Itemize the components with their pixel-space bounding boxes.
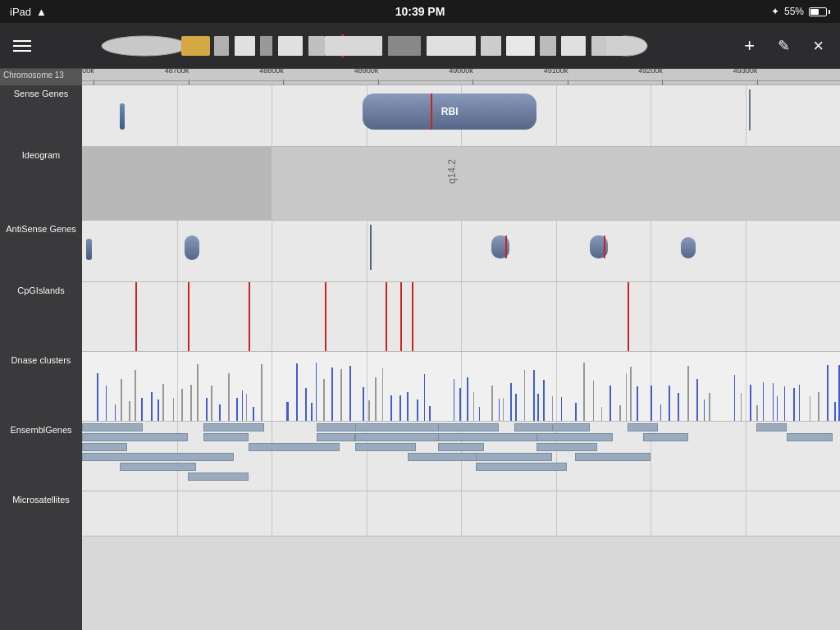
dnase-bar bbox=[773, 383, 774, 421]
antisense-gene-2[interactable] bbox=[185, 235, 199, 260]
dnase-bar bbox=[181, 389, 183, 421]
toolbar-right: + ✎ × bbox=[741, 32, 827, 60]
carrier-label: iPad bbox=[10, 6, 31, 18]
wifi-icon: ▲ bbox=[36, 6, 47, 18]
sidebar-sense: Sense Genes bbox=[0, 85, 82, 147]
battery-percent: 55% bbox=[784, 6, 804, 17]
dnase-bar bbox=[750, 385, 751, 421]
sidebar-antisense: AntiSense Genes bbox=[0, 221, 82, 282]
dnase-bar bbox=[190, 385, 192, 421]
sidebar-micro: Microsatellites bbox=[0, 491, 82, 536]
dnase-bar bbox=[197, 364, 199, 421]
dnase-bar bbox=[424, 374, 425, 421]
cpg-line bbox=[325, 282, 326, 351]
dnase-bar bbox=[524, 370, 526, 421]
antisense-genes-track bbox=[82, 221, 840, 282]
sidebar: Chromosome 13 Sense Genes Ideogram AntiS… bbox=[0, 69, 82, 630]
antisense-gene-1[interactable] bbox=[86, 239, 92, 260]
dnase-bar bbox=[793, 388, 795, 421]
ensembl-block bbox=[355, 433, 446, 441]
dnase-bar bbox=[709, 393, 710, 421]
cpg-line bbox=[412, 282, 413, 351]
svg-rect-5 bbox=[278, 36, 303, 56]
ideogram-band-label: q14.2 bbox=[446, 159, 458, 184]
dnase-bar bbox=[115, 404, 116, 421]
dnase-bar bbox=[162, 384, 164, 421]
svg-rect-9 bbox=[388, 36, 421, 56]
ensembl-block bbox=[476, 453, 551, 461]
svg-rect-14 bbox=[561, 36, 586, 56]
dnase-bar bbox=[561, 397, 562, 421]
dnase-bar bbox=[368, 400, 370, 421]
dnase-bar bbox=[236, 398, 238, 421]
dnase-bar bbox=[626, 373, 627, 421]
svg-rect-8 bbox=[325, 36, 382, 56]
dnase-bars bbox=[82, 352, 840, 421]
status-right: ✦ 55% bbox=[771, 6, 830, 17]
cpg-line bbox=[628, 282, 629, 351]
dnase-bar bbox=[382, 368, 383, 421]
antisense-gene-line bbox=[370, 225, 372, 270]
dnase-bar bbox=[593, 381, 595, 421]
svg-rect-10 bbox=[427, 36, 476, 56]
dnase-bar bbox=[687, 366, 689, 421]
ensembl-block bbox=[82, 443, 127, 451]
dnase-bar bbox=[741, 393, 742, 421]
svg-rect-4 bbox=[260, 36, 272, 56]
antisense-gene-4[interactable] bbox=[590, 235, 608, 258]
dnase-bar bbox=[575, 403, 577, 421]
dnase-bar bbox=[129, 401, 130, 421]
chromosome-diagram bbox=[31, 31, 741, 61]
dnase-bar bbox=[219, 404, 221, 421]
dnase-bar bbox=[429, 406, 431, 421]
dnase-bar bbox=[173, 398, 174, 421]
dnase-bar bbox=[106, 386, 107, 421]
ensembl-block bbox=[438, 433, 544, 441]
dnase-bar bbox=[669, 386, 670, 421]
ensembl-block bbox=[82, 453, 234, 461]
svg-rect-11 bbox=[481, 36, 501, 56]
antisense-gene-3[interactable] bbox=[491, 235, 509, 258]
dnase-bar bbox=[660, 404, 661, 421]
ensembl-block bbox=[82, 423, 143, 431]
sidebar-cpg: CpGIslands bbox=[0, 282, 82, 352]
dnase-bar bbox=[305, 388, 307, 421]
microsatellites-track bbox=[82, 491, 840, 536]
dnase-bar bbox=[479, 407, 480, 421]
dnase-bar bbox=[296, 363, 297, 421]
bluetooth-icon: ✦ bbox=[771, 6, 779, 17]
dnase-bar bbox=[515, 394, 516, 421]
dnase-bar bbox=[704, 399, 705, 421]
ensembl-block bbox=[575, 453, 651, 461]
edit-button[interactable]: ✎ bbox=[774, 34, 793, 58]
status-bar: iPad ▲ 10:39 PM ✦ 55% bbox=[0, 0, 840, 23]
add-button[interactable]: + bbox=[741, 32, 758, 60]
ensembl-block bbox=[355, 443, 416, 451]
menu-button[interactable] bbox=[13, 40, 31, 52]
dnase-bar bbox=[151, 392, 153, 421]
ensembl-block bbox=[438, 443, 483, 451]
chromosome-label: Chromosome 13 bbox=[0, 69, 82, 85]
dnase-bar bbox=[583, 363, 584, 421]
svg-rect-17 bbox=[606, 36, 627, 56]
gene-element[interactable] bbox=[120, 103, 125, 130]
dnase-bar bbox=[459, 388, 461, 421]
dnase-bar bbox=[499, 399, 500, 421]
dnase-bar bbox=[121, 379, 122, 421]
ensembl-block bbox=[317, 433, 354, 441]
rbi-gene[interactable]: RBI bbox=[363, 94, 537, 130]
dnase-bar bbox=[619, 405, 621, 421]
svg-rect-13 bbox=[540, 36, 556, 56]
antisense-gene-5[interactable] bbox=[681, 237, 696, 258]
dnase-bar bbox=[503, 398, 504, 421]
sense-genes-track: RBI bbox=[82, 85, 840, 147]
dnase-bar bbox=[834, 402, 836, 421]
dnase-bar bbox=[261, 364, 262, 421]
close-button[interactable]: × bbox=[810, 32, 827, 60]
gene-line-element bbox=[749, 89, 751, 130]
ensembl-block bbox=[756, 423, 787, 431]
ideogram-track: q14.2 bbox=[82, 147, 840, 221]
ensembl-blocks bbox=[82, 422, 840, 491]
dnase-track bbox=[82, 352, 840, 422]
dnase-bar bbox=[827, 365, 829, 421]
